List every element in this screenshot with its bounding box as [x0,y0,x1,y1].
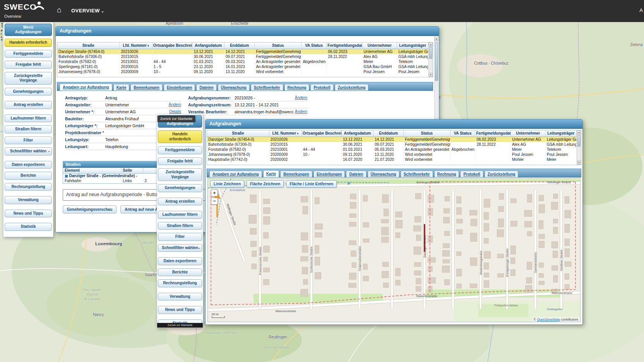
tab-protokoll[interactable]: Protokoll [460,171,483,177]
user-initial[interactable]: A [639,7,643,13]
tab-überwachung[interactable]: Überwachung [218,84,250,90]
scroll-thumb[interactable] [435,42,438,81]
menu-item-daten-exportieren[interactable]: Daten exportieren [5,161,52,169]
tab-rechnung[interactable]: Rechnung [284,84,310,90]
tab-angaben-zur-aufgrabung[interactable]: Angaben zur Aufgrabung [209,171,262,177]
menu-item-statistik[interactable]: Statistik [5,223,52,231]
osm-link[interactable]: OpenStreetMap [537,318,560,321]
back-to-start-button[interactable]: Zurück zur Startseite [157,323,203,328]
tab-dateien[interactable]: Dateien [346,171,366,177]
column-header-lfd-nummer[interactable]: Lfd. Nummer ▾ [120,43,152,49]
column-header-unternehmer[interactable]: Unternehmer [362,43,397,49]
menu-item-news-und-tipps[interactable]: News und Tipps [5,210,52,218]
table-row[interactable]: Danziger Straße (67454-0)2021002613.12.2… [207,137,577,142]
table-row[interactable]: Bahnhofstraße (67306-0)2021001530.06.202… [57,54,428,59]
scroll-thumb[interactable] [429,47,432,59]
table-scrollbar[interactable]: ▲ ▼ [428,43,433,77]
home-icon[interactable]: ⌂ [57,6,62,14]
back-to-start-tooltip[interactable]: Zurück zur Startseite [158,116,195,122]
menu-item-zurückgestellte-vorgänge[interactable]: Zurückgestellte Vorgänge [5,72,52,85]
tab-einstellungen[interactable]: Einstellungen [313,171,345,177]
menu-item-genehmigungen[interactable]: Genehmigungen [158,184,202,192]
table-row[interactable]: Hauptstraße (67742-0)2020000216.07.20202… [207,157,577,162]
street-group-row[interactable]: ▦Danziger Straße - (Gemeindestraße) - [63,173,159,178]
menu-item-rechnungstellung[interactable]: Rechnungstellung [158,279,202,287]
menu-item-berichte[interactable]: Berichte [158,268,202,277]
window-title[interactable]: Aufgrabungen [56,27,439,36]
table-row[interactable]: Forststraße (67582-0)2021000144 - 4401.0… [57,59,428,64]
menu-item-verwaltung[interactable]: Verwaltung [5,196,52,204]
map-tool-fläche-zeichnen[interactable]: Fläche Zeichnen [247,180,284,188]
column-header-fertigmeldungsdatu[interactable]: Fertigmeldungsdatu [327,43,362,49]
scroll-thumb[interactable] [577,135,581,147]
menu-item-filter[interactable]: Filter [158,233,202,241]
tab-dateien[interactable]: Dateien [196,84,216,90]
menu-item-filter[interactable]: Filter [5,137,52,145]
tab-einstellungen[interactable]: Einstellungen [164,84,195,90]
scroll-down-icon[interactable]: ▼ [429,73,433,77]
menu-item-handeln-erforderlich[interactable]: Handeln erforderlich [158,130,202,143]
scroll-up-icon[interactable]: ▲ [577,130,581,135]
menu-item-rechnungstellung[interactable]: Rechnungstellung [5,183,52,191]
menu-item-schnellfilter-wählen[interactable]: Schnellfilter wählen⌄ [5,147,52,155]
scroll-up-icon[interactable]: ▲ [435,37,438,41]
tab-angaben-zur-aufgrabung[interactable]: Angaben zur Aufgrabung [60,84,112,90]
link-details[interactable]: Details [169,109,181,114]
tab-schriftverkehr[interactable]: Schriftverkehr [251,84,283,90]
column-header-lfd-nummer[interactable]: Lfd. Nummer ▾ [269,130,301,137]
zoom-out-button[interactable]: − [211,198,218,205]
table-row[interactable]: Forststraße (67582-0)2021000144 - 4401.0… [207,147,577,152]
tab-zurückstellung[interactable]: Zurückstellung [485,171,519,177]
column-header-straße[interactable]: Straße [57,43,120,49]
menu-item-fertiggemeldete[interactable]: Fertiggemeldete [158,146,202,154]
column-header-va-status[interactable]: VA Status [301,43,327,49]
link-ändern[interactable]: Ändern [295,109,307,114]
menu-item-berichte[interactable]: Berichte [5,172,52,180]
nav-overview[interactable]: OVERVIEW⌄ [71,8,104,14]
button-genehmigungsvorschau[interactable]: Genehmigungsvorschau [63,205,116,213]
column-header-status[interactable]: Status [255,43,301,49]
map-tool-fläche-linie-entfernen[interactable]: Fläche / Linie Entfernen [286,180,337,188]
column-header-enddatum[interactable]: Enddatum [373,130,403,137]
column-header-enddatum[interactable]: Enddatum [224,43,255,49]
menu-item-fertiggemeldete[interactable]: Fertiggemeldete [5,50,52,58]
menu-item-genehmigungen[interactable]: Genehmigungen [5,88,52,96]
column-header-straße[interactable]: Straße [207,130,269,137]
menu-item-zurückgestellte-vorgänge[interactable]: Zurückgestellte Vorgänge [158,168,202,181]
tab-überwachung[interactable]: Überwachung [368,171,399,177]
window-title[interactable]: Aufgrabungen [206,120,582,129]
tab-karte[interactable]: Karte [113,84,130,90]
column-header-ortsangabe-beschreibun[interactable]: Ortsangabe Beschreibun [301,130,341,137]
menu-item-freigabe-fehlt[interactable]: Freigabe fehlt [5,61,52,69]
menu-item-straßen-filtern[interactable]: Straßen filtern [5,125,52,133]
map-tool-linie-zeichnen[interactable]: Linie Zeichnen [210,180,244,188]
tab-rechnung[interactable]: Rechnung [434,171,459,177]
table-row[interactable]: Johannesweg (67978-0)2020000910 -09.11.2… [57,69,428,74]
column-header-seite[interactable]: Seite [121,168,143,173]
column-header-element[interactable]: Element [63,168,121,173]
menu-item-straßen-filtern[interactable]: Straßen filtern [158,222,202,230]
tab-schriftverkehr[interactable]: Schriftverkehr [401,171,433,177]
link-ändern[interactable]: Ändern [169,102,181,107]
column-header-unternehmer[interactable]: Unternehmer [511,130,546,137]
table-row[interactable]: Sperlingweg (67181-0)202000151 - 523.11.… [57,64,428,69]
menu-item-handeln-erforderlich[interactable]: Handeln erforderlich [5,39,52,47]
table-scrollbar[interactable]: ▲ ▼ [577,130,581,165]
column-header-fertigmeldungsdatu[interactable]: Fertigmeldungsdatu [475,130,511,137]
column-header-anfangsdatum[interactable]: Anfangsdatum [341,130,373,137]
column-header-status[interactable]: Status [404,130,450,137]
menu-item-news-und-tipps[interactable]: News und Tipps [158,306,202,314]
menu-item-verwaltung[interactable]: Verwaltung [158,293,202,301]
sweco-logo[interactable]: SWECO [4,2,36,12]
column-header-leitungsträger[interactable]: Leitungsträger [545,130,576,137]
menu-item-schnellfilter-wählen[interactable]: Schnellfilter wählen⌄ [158,244,202,252]
table-row[interactable]: Johannesweg (67978-0)2020000910 -09.11.2… [207,152,577,157]
tab-protokoll[interactable]: Protokoll [310,84,333,90]
scroll-up-icon[interactable]: ▲ [429,43,433,47]
table-row[interactable]: Bahnhofstraße (67306-0)2021001530.06.202… [207,142,577,147]
column-header-anfangsdatum[interactable]: Anfangsdatum [192,43,224,49]
menu-item-laufnummer-filtern[interactable]: Laufnummer filtern [5,114,52,123]
scroll-down-icon[interactable]: ▼ [577,161,581,165]
column-header-ortsangabe-beschreibun[interactable]: Ortsangabe Beschreibun [152,43,192,49]
menu-item-laufnummer-filtern[interactable]: Laufnummer filtern [158,211,202,219]
